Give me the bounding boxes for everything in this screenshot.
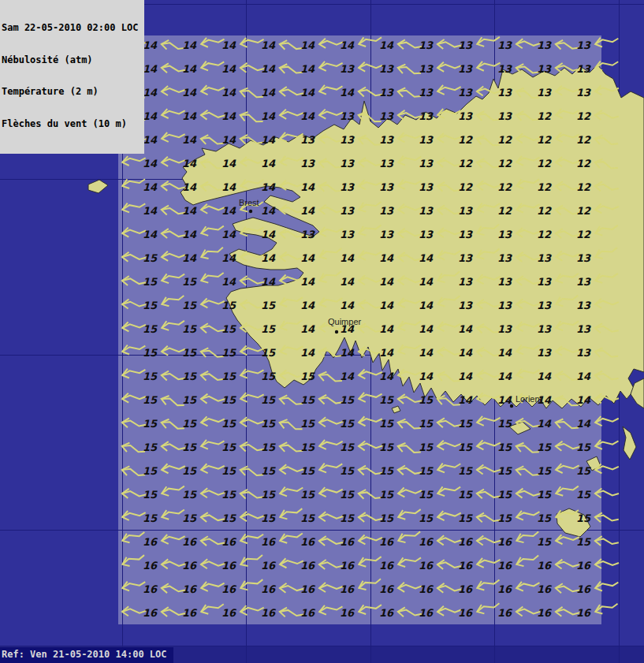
temp-value: 13	[497, 300, 512, 311]
temp-value: 12	[576, 134, 591, 146]
temp-value: 15	[419, 465, 434, 477]
temp-value: 15	[379, 394, 394, 406]
temp-value: 15	[143, 371, 158, 382]
temp-value: 15	[300, 418, 315, 430]
temp-value: 13	[300, 158, 315, 169]
temp-value: 15	[221, 371, 236, 382]
temp-value: 14	[221, 205, 236, 217]
temp-value: 15	[182, 418, 197, 430]
temp-value: 14	[419, 347, 434, 359]
temp-value: 13	[497, 39, 512, 51]
temp-value: 14	[379, 39, 394, 51]
temp-value: 14	[143, 63, 158, 75]
temp-value: 16	[419, 536, 434, 548]
temp-value: 14	[143, 181, 158, 193]
temp-value: 14	[182, 229, 197, 240]
temp-value: 15	[340, 418, 355, 430]
temp-value: 14	[182, 110, 197, 122]
temp-value: 13	[458, 276, 473, 288]
temp-value: 12	[497, 205, 512, 217]
temp-value: 15	[143, 465, 158, 477]
temp-value: 16	[497, 583, 513, 595]
temp-value: 14	[182, 158, 197, 169]
temp-value: 15	[458, 418, 473, 430]
temp-value: 15	[340, 512, 355, 524]
temp-value: 13	[576, 39, 591, 51]
temp-value: 16	[419, 560, 434, 572]
temp-value: 13	[300, 134, 315, 146]
temp-value: 12	[576, 205, 591, 217]
temp-value: 14	[221, 181, 236, 193]
temp-value: 15	[300, 512, 315, 524]
temp-value: 16	[379, 607, 395, 619]
temp-value: 15	[300, 489, 315, 501]
temp-value: 12	[537, 205, 552, 217]
temp-value: 13	[379, 205, 394, 217]
temp-value: 16	[261, 560, 277, 572]
temp-value: 14	[300, 39, 315, 51]
temp-value: 13	[379, 134, 394, 146]
temp-value: 14	[182, 181, 197, 193]
temp-value: 13	[537, 276, 552, 288]
legend-cloudiness: Nébulosité (atm)	[2, 55, 138, 66]
temp-value: 15	[497, 418, 512, 430]
temp-value: 16	[537, 560, 553, 572]
temp-value: 16	[143, 583, 158, 595]
temp-value: 13	[497, 276, 512, 288]
temp-value: 16	[458, 560, 474, 572]
temp-value: 13	[340, 158, 355, 169]
temp-value: 13	[576, 347, 591, 359]
temp-value: 14	[300, 323, 315, 335]
temp-value: 14	[340, 300, 355, 311]
temp-value: 16	[221, 607, 237, 619]
temp-value: 15	[261, 465, 276, 477]
temp-value: 13	[458, 39, 473, 51]
temp-value: 13	[379, 63, 394, 75]
temp-value: 13	[340, 110, 355, 122]
temp-value: 14	[458, 347, 473, 359]
temp-value: 15	[221, 418, 236, 430]
temp-value: 14	[182, 39, 197, 51]
temp-value: 15	[576, 465, 591, 477]
temp-value: 15	[497, 441, 512, 453]
temp-value: 15	[497, 512, 512, 524]
temp-value: 13	[419, 229, 434, 240]
temp-value: 15	[340, 465, 355, 477]
legend-datetime: Sam 22-05-2010 02:00 LOC	[2, 23, 138, 34]
temp-value: 14	[143, 158, 158, 169]
temp-value: 16	[340, 607, 356, 619]
temp-value: 14	[300, 181, 315, 193]
temp-value: 16	[182, 536, 198, 548]
temp-value: 14	[458, 394, 473, 406]
temp-value: 15	[182, 300, 197, 311]
temp-value: 12	[537, 134, 552, 146]
temp-value: 13	[576, 252, 591, 264]
temp-value: 16	[458, 536, 474, 548]
temp-value: 15	[419, 418, 434, 430]
temp-value: 13	[537, 347, 552, 359]
temp-value: 15	[497, 489, 512, 501]
city-label: Brest	[239, 198, 259, 207]
temp-value: 14	[261, 39, 276, 51]
map-legend: Sam 22-05-2010 02:00 LOC Nébulosité (atm…	[0, 0, 144, 154]
temp-value: 16	[221, 583, 237, 595]
temp-value: 13	[419, 39, 434, 51]
temp-value: 14	[143, 134, 158, 146]
temp-value: 16	[182, 560, 198, 572]
temp-value: 14	[497, 347, 512, 359]
temp-value: 14	[419, 323, 434, 335]
temp-value: 15	[379, 489, 394, 501]
temp-value: 13	[300, 229, 315, 240]
temp-value: 15	[261, 418, 276, 430]
temp-value: 16	[340, 536, 356, 548]
temp-value: 15	[537, 536, 552, 548]
temp-value: 13	[419, 158, 434, 169]
temp-value: 14	[340, 252, 355, 264]
temp-value: 14	[300, 205, 315, 217]
temp-value: 16	[300, 583, 316, 595]
temp-value: 14	[300, 300, 315, 311]
temp-value: 13	[379, 110, 394, 122]
temp-value: 15	[261, 512, 276, 524]
temp-value: 15	[221, 489, 236, 501]
temp-value: 15	[458, 489, 473, 501]
